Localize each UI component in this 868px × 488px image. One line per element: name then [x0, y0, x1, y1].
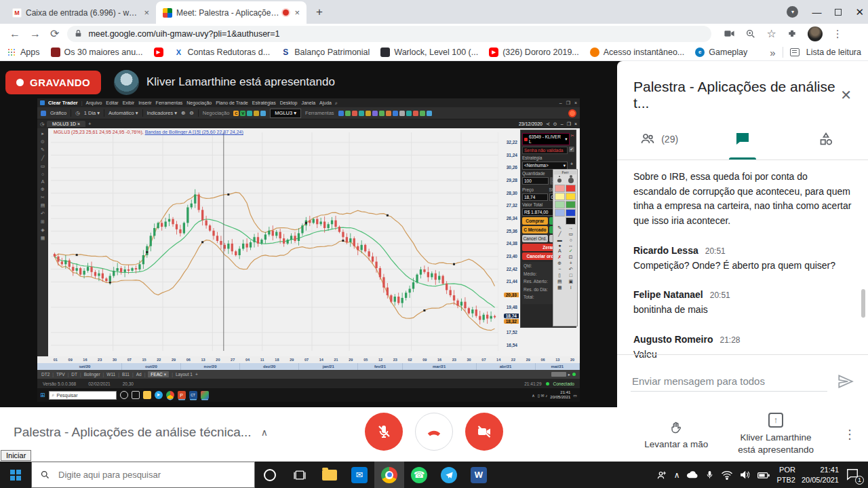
indicators-select[interactable]: Indicadores ▾ — [147, 110, 178, 116]
bookmark-item[interactable]: Apps — [7, 48, 40, 57]
tray-chevron-icon[interactable]: ∧ — [674, 470, 680, 480]
back-button[interactable]: ← — [9, 28, 20, 40]
bookmark-item[interactable]: SBalanço Patrimonial — [281, 48, 370, 57]
trading-tool-icon[interactable] — [260, 111, 266, 116]
drawing-tool-icon[interactable]: A — [41, 179, 45, 184]
chart-tool-icon[interactable] — [352, 111, 357, 116]
zoom-in-icon[interactable]: ⊕ — [181, 110, 185, 116]
symbol-select[interactable]: MGLU3 ▾ — [270, 109, 301, 118]
mail-button[interactable]: ✉ — [344, 462, 374, 488]
presenting-status-button[interactable]: ↑ Kliver Lamarthineestá apresentando — [738, 413, 814, 456]
chart-tool-icon[interactable] — [379, 111, 384, 116]
layout-tab-b11[interactable]: B11 — [122, 372, 130, 377]
end-call-button[interactable] — [415, 413, 453, 451]
tab-activities[interactable] — [785, 131, 868, 147]
reload-button[interactable]: ⟳ — [50, 27, 59, 40]
ellipse-filled-tool-icon[interactable]: ● — [558, 243, 561, 248]
period-select[interactable]: 1 Dia ▾ — [84, 110, 100, 116]
send-icon[interactable] — [837, 373, 854, 390]
browser-tab[interactable]: MCaixa de entrada (6.996) - wictor× — [5, 1, 156, 24]
zoom-icon[interactable] — [745, 29, 756, 39]
menu-estratégias[interactable]: Estratégias — [252, 100, 276, 105]
chart-tool-icon[interactable] — [372, 111, 378, 116]
trading-tool-icon[interactable] — [254, 111, 259, 116]
drawing-tool-icon[interactable]: ⊕ — [41, 187, 45, 192]
color-swatch[interactable] — [566, 193, 576, 200]
chart-tool-icon[interactable] — [393, 111, 398, 116]
chart-tool-icon[interactable] — [399, 111, 405, 116]
color-swatch[interactable] — [555, 209, 565, 217]
microphone-tray-icon[interactable] — [705, 470, 715, 480]
drawing-tool-icon[interactable]: ◈ — [41, 227, 44, 233]
trash-tool-icon[interactable]: ▯ — [558, 273, 561, 278]
panel-close-icon[interactable]: ✕ — [840, 87, 852, 103]
scissors-icon[interactable]: ✂ — [571, 133, 574, 145]
chart-tool-icon[interactable] — [345, 111, 351, 116]
chart-tool-icon[interactable] — [366, 111, 371, 116]
chart-tool-icon[interactable] — [420, 111, 425, 116]
drawing-tool-icon[interactable]: ▸ — [41, 131, 44, 136]
text-tool-icon[interactable]: A — [558, 248, 561, 254]
chart-type-icon[interactable] — [41, 111, 46, 116]
layout-tab-layout-1[interactable]: Layout 1 — [176, 372, 193, 377]
chrome-button[interactable] — [374, 462, 404, 488]
drawing-tool-icon[interactable]: ⊙ — [41, 139, 45, 145]
bookmark-item[interactable]: Os 30 maiores anu... — [51, 48, 143, 57]
rect-outline-tool-icon[interactable]: ▭ — [568, 231, 573, 237]
plus-tool-icon[interactable]: + — [570, 261, 572, 266]
layout-tab-bolinger[interactable]: Bolinger — [84, 372, 100, 377]
validate-checkbox[interactable]: ✔ — [569, 147, 574, 152]
trading-tool-icon[interactable]: C — [233, 111, 239, 116]
camera-toggle-button[interactable] — [465, 413, 503, 451]
chart-tab[interactable]: MGLU3 1D × — [47, 121, 85, 127]
brush-size-4[interactable] — [568, 178, 574, 183]
line-tool-icon[interactable]: ╱ — [558, 231, 561, 237]
menu-plano-de-trade[interactable]: Plano de Trade — [216, 100, 248, 105]
save-tool-icon[interactable]: ▣ — [568, 279, 573, 284]
new-tab-button[interactable]: + — [311, 3, 328, 21]
zoom-out-icon[interactable]: ⊖ — [189, 110, 193, 116]
chart-minimize[interactable]: – — [561, 121, 564, 126]
link-icon[interactable]: ≺ — [546, 121, 550, 127]
more-options-icon[interactable]: ⋮ — [844, 427, 856, 442]
drawing-tool-icon[interactable]: ▭ — [41, 164, 45, 169]
bookmark-item[interactable]: XContas Redutoras d... — [174, 48, 271, 57]
confirm-tool-icon[interactable]: ✓ — [569, 248, 573, 254]
bookmark-item[interactable]: ▶(326) Dororo 2019... — [489, 48, 579, 57]
shared-folder-icon[interactable] — [143, 391, 151, 399]
profile-chevron-icon[interactable]: ▾ — [787, 6, 798, 18]
menu-ferramentas[interactable]: Ferramentas — [156, 100, 183, 105]
brush-size-1[interactable] — [559, 176, 560, 177]
meeting-title-bottom[interactable]: Palestra - Aplicações de análise técnica… — [14, 425, 268, 440]
shared-taskview-icon[interactable] — [132, 391, 140, 399]
shared-start-button[interactable]: ⊞ — [40, 392, 45, 398]
legend-indicator[interactable]: Bandas de Bollinger A [15] (25,60 22,87 … — [145, 130, 243, 134]
onedrive-icon[interactable] — [686, 468, 698, 481]
layout-tab-tpv[interactable]: TPV — [56, 372, 65, 377]
quantity-input[interactable]: 100 — [522, 177, 549, 185]
clock[interactable]: 21:41 20/05/2021 — [802, 465, 839, 485]
menu-negociação[interactable]: Negociação — [186, 100, 212, 105]
bookmark-item[interactable]: eGameplay — [695, 48, 747, 57]
tab-close-button[interactable]: × — [142, 7, 151, 18]
image-tool-icon[interactable]: ▦ — [557, 285, 562, 290]
price-input[interactable]: 18,74 — [522, 193, 548, 201]
extensions-icon[interactable] — [787, 29, 797, 39]
menu-exibir[interactable]: Exibir — [123, 100, 135, 105]
buy-button[interactable]: Comprar — [522, 217, 548, 225]
pencil-tool-icon[interactable]: ✎ — [557, 225, 561, 231]
browser-profile-avatar[interactable] — [808, 26, 823, 41]
rect-filled-tool-icon[interactable]: ▬ — [557, 238, 562, 242]
drawing-tool-icon[interactable]: ○ — [41, 172, 44, 176]
bookmark-item[interactable]: Acesso instantâneo... — [590, 48, 685, 57]
whatsapp-button[interactable]: ☎ — [404, 462, 434, 488]
color-swatch[interactable] — [566, 217, 576, 225]
drawing-tool-icon[interactable]: ↶ — [41, 211, 45, 217]
tab-chat[interactable] — [701, 131, 784, 147]
chart-close[interactable]: × — [574, 121, 577, 126]
close-button[interactable]: ✕ — [855, 6, 864, 18]
minus-tool-icon[interactable]: − — [558, 267, 561, 272]
menu-arquivo[interactable]: Arquivo — [86, 100, 102, 105]
color-swatch[interactable] — [555, 217, 565, 225]
double-arrow-tool-icon[interactable]: ↔ — [568, 243, 573, 248]
